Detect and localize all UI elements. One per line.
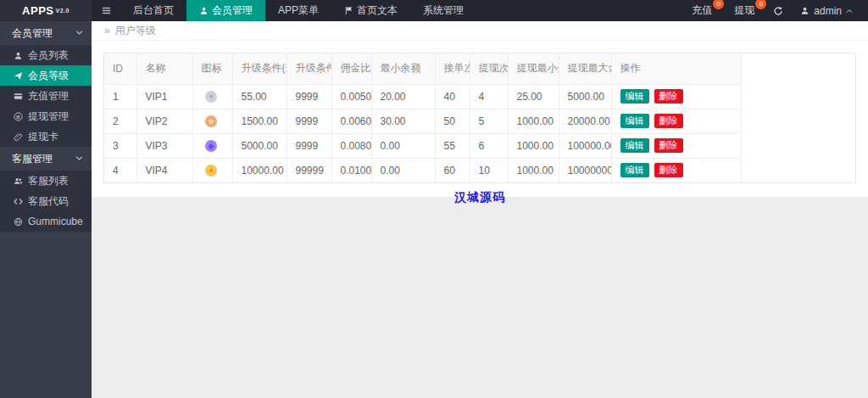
- col-withdraw-min: 提现最小金额: [508, 53, 559, 84]
- withdraw-button[interactable]: 提现 0: [726, 3, 763, 18]
- breadcrumb: » 用户等级: [92, 21, 868, 41]
- edit-button[interactable]: 编辑: [620, 89, 649, 104]
- medal-silver-icon: ✦: [202, 87, 220, 106]
- nav-item-home[interactable]: 后台首页: [120, 0, 186, 21]
- col-actions: 操作: [611, 53, 741, 84]
- sidebar-item-recharge-mgmt[interactable]: 充值管理: [0, 86, 92, 106]
- col-icon: 图标: [192, 53, 232, 84]
- svg-text:★: ★: [207, 166, 214, 175]
- medal-purple-icon: ◆: [202, 137, 220, 155]
- menu-toggle-button[interactable]: [92, 0, 120, 21]
- recharge-badge: 0: [713, 0, 724, 9]
- user-menu[interactable]: admin: [793, 5, 860, 17]
- user-icon: [199, 6, 209, 15]
- sidebar-item-member-list[interactable]: 会员列表: [0, 45, 92, 65]
- col-withdraw-times: 提现次数: [470, 53, 508, 84]
- table-empty-column: [742, 53, 856, 182]
- table-row: 1 VIP1 ✦ 55.00 9999 0.0050 20.00 40 4 25…: [104, 84, 741, 109]
- sidebar-item-member-level[interactable]: 会员等级: [0, 65, 92, 86]
- header-right: 充值 0 提现 0 admin: [683, 0, 868, 21]
- credit-card-icon: [14, 92, 23, 101]
- edit-button[interactable]: 编辑: [620, 138, 649, 153]
- top-nav: 后台首页 会员管理 APP菜单 首页文本 系统管理: [120, 0, 476, 21]
- edit-button[interactable]: 编辑: [620, 163, 649, 177]
- vip-level-table: ID 名称 图标 升级条件(余额) 升级条件(邀请) 佣金比例 最小余额 接单次…: [104, 53, 742, 182]
- page-title: 用户等级: [115, 24, 156, 38]
- table-row: 3 VIP3 ◆ 5000.00 9999 0.0080 0.00 55 6 1…: [104, 133, 741, 158]
- delete-button[interactable]: 删除: [654, 138, 683, 153]
- sidebar-item-service-list[interactable]: 客服列表: [0, 171, 92, 191]
- refresh-icon: [773, 6, 783, 16]
- paper-plane-icon: [14, 71, 23, 81]
- app-logo: APPSV2.0: [0, 0, 92, 21]
- col-withdraw-max: 提现最大金额: [559, 53, 611, 84]
- sidebar-item-gummicube[interactable]: Gummicube: [0, 211, 92, 232]
- top-header: APPSV2.0 后台首页 会员管理 APP菜单 首页文本 系统管理 充值 0 …: [0, 0, 868, 21]
- delete-button[interactable]: 删除: [654, 114, 683, 128]
- breadcrumb-separator: »: [104, 25, 110, 36]
- col-upgrade-balance: 升级条件(余额): [232, 53, 287, 84]
- table-header-row: ID 名称 图标 升级条件(余额) 升级条件(邀请) 佣金比例 最小余额 接单次…: [104, 53, 741, 84]
- refresh-button[interactable]: [768, 6, 788, 16]
- sidebar-section-service[interactable]: 客服管理: [0, 147, 92, 171]
- app-logo-text: APPS: [22, 4, 53, 17]
- edit-button[interactable]: 编辑: [620, 114, 649, 128]
- col-id: ID: [104, 53, 136, 84]
- col-commission: 佣金比例: [331, 53, 371, 84]
- col-upgrade-invite: 升级条件(邀请): [287, 53, 331, 84]
- hamburger-icon: [101, 6, 112, 15]
- medal-orange-icon: ★: [202, 112, 220, 131]
- medal-gold-icon: ★: [202, 161, 220, 180]
- recharge-button[interactable]: 充值 0: [683, 3, 721, 18]
- nav-item-members[interactable]: 会员管理: [186, 0, 265, 21]
- svg-text:◆: ◆: [208, 142, 214, 150]
- nav-item-app-menu[interactable]: APP菜单: [265, 0, 331, 21]
- username: admin: [814, 5, 842, 17]
- col-min-balance: 最小余额: [371, 53, 435, 84]
- sidebar-section-members[interactable]: 会员管理: [0, 21, 92, 45]
- sidebar: 会员管理 会员列表 会员等级 充值管理 提现管理 提现卡 客服管理 客服列表 客…: [0, 21, 92, 398]
- col-name: 名称: [136, 53, 192, 84]
- nav-item-system[interactable]: 系统管理: [410, 0, 476, 21]
- svg-text:✦: ✦: [208, 92, 214, 101]
- globe-icon: [14, 217, 23, 227]
- code-icon: [14, 197, 23, 206]
- users-icon: [14, 177, 23, 186]
- table-card: ID 名称 图标 升级条件(余额) 升级条件(邀请) 佣金比例 最小余额 接单次…: [103, 53, 856, 183]
- withdraw-badge: 0: [755, 0, 766, 9]
- bitcoin-icon: [14, 112, 23, 121]
- sidebar-item-service-code[interactable]: 客服代码: [0, 191, 92, 211]
- delete-button[interactable]: 删除: [654, 163, 683, 177]
- chevron-up-icon: [846, 8, 853, 14]
- main-area: » 用户等级 ID 名称 图标 升级条件(余额) 升级条件(邀请) 佣: [92, 21, 868, 398]
- paperclip-icon: [14, 132, 23, 142]
- table-row: 4 VIP4 ★ 10000.00 99999 0.0100 0.00 60 1…: [104, 158, 741, 182]
- sidebar-item-withdraw-mgmt[interactable]: 提现管理: [0, 106, 92, 126]
- chevron-down-icon: [75, 154, 83, 162]
- flag-icon: [344, 6, 353, 15]
- svg-text:★: ★: [207, 117, 214, 126]
- col-orders: 接单次数: [435, 53, 470, 84]
- delete-button[interactable]: 删除: [654, 89, 683, 104]
- nav-item-home-text[interactable]: 首页文本: [331, 0, 410, 21]
- user-icon: [14, 51, 23, 60]
- chevron-down-icon: [75, 29, 83, 36]
- app-version: V2.0: [56, 8, 70, 14]
- user-icon: [800, 6, 810, 15]
- content-panel: ID 名称 图标 升级条件(余额) 升级条件(邀请) 佣金比例 最小余额 接单次…: [92, 41, 868, 197]
- table-row: 2 VIP2 ★ 1500.00 9999 0.0060 30.00 50 5 …: [104, 109, 741, 133]
- sidebar-item-withdraw-card[interactable]: 提现卡: [0, 126, 92, 147]
